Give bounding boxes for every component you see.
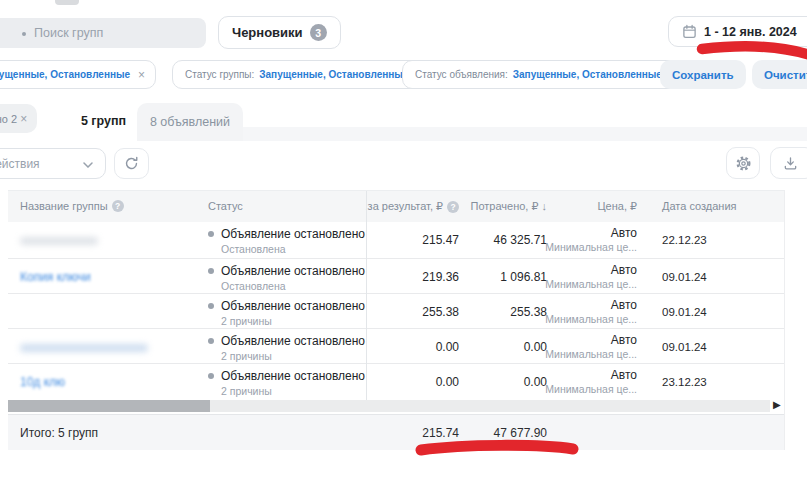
filter-chip-prefix: Статус объявления: [415, 69, 508, 80]
group-name-redacted [20, 344, 148, 352]
horizontal-scrollbar[interactable] [8, 400, 770, 412]
close-icon[interactable]: × [20, 112, 27, 126]
clear-filters-button[interactable]: Очистить [752, 60, 807, 89]
column-header-status: Статус [208, 200, 243, 212]
refresh-button[interactable] [114, 148, 149, 179]
search-input[interactable]: Поиск групп [0, 18, 206, 48]
table-row[interactable]: Копия ключи Объявление остановленоОстано… [8, 259, 784, 294]
close-icon[interactable]: × [138, 68, 145, 82]
filter-chip-group-status[interactable]: Статус группы: Запущенные, Остановленные… [172, 60, 434, 89]
ads-manager-page: Поиск групп Черновики 3 1 - 12 янв. 2024… [0, 0, 807, 487]
settings-button[interactable] [726, 147, 760, 179]
filter-chip-prefix: Статус группы: [185, 69, 254, 80]
status-dot [208, 303, 214, 309]
calendar-icon [682, 24, 697, 39]
selected-count-label: Выбрано 2 [0, 113, 17, 125]
search-placeholder: Поиск групп [34, 26, 103, 40]
group-name-redacted [20, 237, 98, 245]
date-range-picker[interactable]: 1 - 12 янв. 2024 [668, 16, 807, 47]
selected-count-chip[interactable]: Выбрано 2 × [0, 104, 37, 133]
price-cell: АвтоМинимальная це... [477, 263, 637, 290]
table-row[interactable]: Объявление остановленоОстановлена 215.47… [8, 222, 784, 259]
search-icon [22, 32, 26, 36]
table-footer-row: Итого: 5 групп 215.74 47 677.90 [8, 414, 784, 450]
group-name-link[interactable]: Копия ключи [20, 270, 91, 284]
column-header-created[interactable]: Дата создания [662, 200, 737, 212]
price-cell: АвтоМинимальная це... [477, 226, 637, 253]
frozen-columns-divider [366, 191, 367, 400]
filter-chip-value: Запущенные, Остановленные [259, 69, 408, 80]
drafts-label: Черновики [232, 25, 303, 40]
gear-icon [735, 155, 752, 172]
column-header-price[interactable]: Цена, ₽ [547, 200, 637, 213]
created-date-cell: 23.12.23 [662, 376, 707, 388]
created-date-cell: 09.01.24 [662, 341, 707, 353]
export-button[interactable] [770, 147, 807, 179]
refresh-icon [124, 156, 139, 171]
column-header-spent[interactable]: Потрачено, ₽ ↓ [427, 200, 547, 213]
column-header-name: Название группы ? [20, 200, 124, 212]
status-dot [208, 268, 214, 274]
status-dot [208, 373, 214, 379]
actions-dropdown[interactable]: Действия [0, 148, 106, 179]
marker-underline-date [702, 46, 807, 57]
status-cell: Объявление остановленоОстановлена [208, 264, 365, 292]
groups-table: Название группы ? Статус Цена за результ… [8, 190, 785, 450]
window-artifact [55, 0, 79, 5]
totals-label: Итого: 5 групп [20, 426, 98, 440]
filter-chip-value: Запущенные, Остановленные [513, 69, 662, 80]
table-header-row: Название группы ? Статус Цена за результ… [8, 191, 784, 222]
download-icon [783, 156, 798, 171]
created-date-cell: 09.01.24 [662, 306, 707, 318]
totals-spent: 47 677.90 [427, 426, 547, 440]
table-row[interactable]: Объявление остановлено2 причины 0.00 0.0… [8, 329, 784, 364]
status-dot [208, 338, 214, 344]
tab-ads[interactable]: 8 объявлений [137, 103, 243, 141]
drafts-button[interactable]: Черновики 3 [218, 16, 341, 49]
group-name-link[interactable]: 10д клю [20, 375, 65, 389]
status-dot [208, 231, 214, 237]
save-filters-button[interactable]: Сохранить [660, 60, 746, 89]
filter-chip-value: Запущенные, Остановленные [0, 69, 130, 80]
created-date-cell: 09.01.24 [662, 271, 707, 283]
price-cell: АвтоМинимальная це... [477, 368, 637, 395]
price-cell: АвтоМинимальная це... [477, 333, 637, 360]
status-cell: Объявление остановленоОстановлена [208, 227, 365, 255]
actions-dropdown-label: Действия [0, 157, 40, 171]
table-row[interactable]: Объявление остановлено2 причины 255.38 2… [8, 294, 784, 329]
price-cell: АвтоМинимальная це... [477, 298, 637, 325]
date-range-value: 1 - 12 янв. 2024 [704, 25, 797, 39]
status-cell: Объявление остановлено2 причины [208, 334, 365, 362]
drafts-count-badge: 3 [310, 24, 327, 41]
table-row[interactable]: 10д клю Объявление остановлено2 причины … [8, 364, 784, 400]
status-cell: Объявление остановлено2 причины [208, 369, 365, 397]
filter-chip-campaign-status[interactable]: Запущенные, Остановленные × [0, 60, 156, 89]
chevron-down-icon [83, 162, 93, 168]
status-cell: Объявление остановлено2 причины [208, 299, 365, 327]
help-icon[interactable]: ? [112, 200, 124, 212]
scrollbar-thumb[interactable] [8, 400, 210, 412]
tab-groups[interactable]: 5 групп [70, 101, 137, 141]
scroll-right-icon[interactable]: ▶ [773, 399, 781, 410]
tab-strip-background [243, 127, 807, 141]
filter-chip-ad-status[interactable]: Статус объявления: Запущенные, Остановле… [402, 60, 688, 89]
created-date-cell: 22.12.23 [662, 234, 707, 246]
